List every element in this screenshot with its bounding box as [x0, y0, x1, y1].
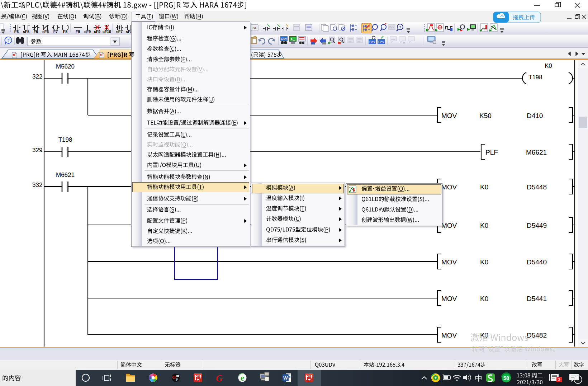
svg-text:1: 1	[577, 376, 579, 382]
svg-text:Dev: Dev	[378, 40, 384, 44]
svg-text:cF10: cF10	[103, 29, 111, 34]
svg-text:F5: F5	[14, 29, 19, 34]
svg-text:e: e	[241, 373, 245, 382]
svg-text:3: 3	[558, 377, 560, 382]
svg-text:G: G	[172, 375, 176, 380]
svg-text:Dev: Dev	[369, 40, 375, 44]
svg-text:Dev: Dev	[389, 25, 394, 29]
svg-text:P: P	[176, 378, 178, 382]
svg-text:F9: F9	[76, 29, 80, 34]
svg-text:G: G	[216, 373, 223, 383]
svg-text:sF9: sF9	[84, 29, 91, 34]
svg-text:F7: F7	[53, 29, 58, 34]
svg-text:sF5: sF5	[23, 29, 29, 34]
svg-text:sF6: sF6	[42, 29, 49, 34]
svg-text:58: 58	[503, 375, 509, 381]
svg-text:cF9: cF9	[94, 29, 100, 34]
svg-text:sF7: sF7	[116, 29, 123, 34]
svg-text:Dev: Dev	[281, 37, 287, 41]
svg-text:?: ?	[7, 37, 10, 43]
svg-text:F8: F8	[63, 29, 67, 34]
svg-text:ST: ST	[252, 26, 257, 30]
svg-text:F6: F6	[34, 29, 38, 34]
svg-text:W: W	[283, 375, 288, 381]
